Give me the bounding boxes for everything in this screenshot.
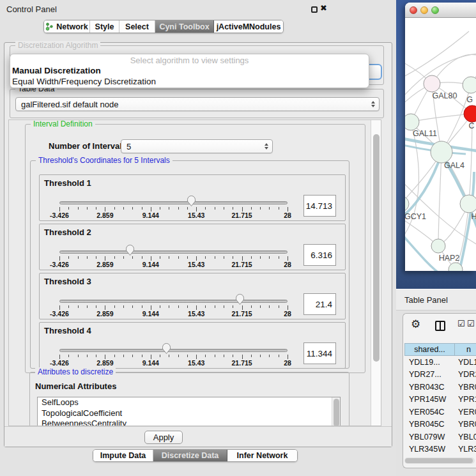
network-node-gal4[interactable] bbox=[431, 141, 452, 163]
threshold-value-field[interactable]: 6.316 bbox=[303, 244, 336, 266]
table-data-combobox[interactable]: galFiltered.sif default node bbox=[15, 97, 380, 111]
tick-label: 21.715 bbox=[232, 310, 252, 318]
tick-mark bbox=[169, 305, 169, 308]
cell-name[interactable]: YDL1 bbox=[455, 356, 476, 369]
list-scrollbar[interactable] bbox=[332, 397, 340, 426]
tab-impute-data[interactable]: Impute Data bbox=[93, 450, 153, 461]
tick-mark bbox=[187, 305, 188, 308]
slider-handle-icon[interactable] bbox=[187, 195, 196, 207]
apply-button[interactable]: Apply bbox=[144, 431, 183, 444]
cell-shared-name[interactable]: YLR345W bbox=[404, 443, 455, 456]
columns-icon[interactable] bbox=[435, 321, 445, 331]
table-horizontal-scrollbar[interactable] bbox=[404, 457, 475, 464]
settings-vertical-scrollbar[interactable] bbox=[371, 120, 381, 426]
table-row[interactable]: YER054CYER0 bbox=[404, 406, 476, 418]
numerical-attributes-list[interactable]: SelfLoopsTopologicalCoefficientBetweenne… bbox=[37, 397, 341, 426]
slider-handle-icon[interactable] bbox=[162, 342, 171, 355]
tab-cyni-toolbox[interactable]: Cyni Toolbox bbox=[155, 20, 214, 33]
network-node-hap2[interactable] bbox=[431, 239, 445, 253]
cell-shared-name[interactable]: YDL19... bbox=[404, 356, 455, 369]
network-node-gal80[interactable] bbox=[424, 75, 440, 92]
apply-strip: Apply bbox=[4, 426, 392, 447]
tab-network[interactable]: Network bbox=[44, 20, 90, 33]
tick-mark bbox=[251, 355, 252, 357]
tick-mark bbox=[260, 256, 261, 259]
tick-mark bbox=[233, 355, 233, 357]
slider-track[interactable] bbox=[59, 250, 288, 254]
list-item[interactable]: BetweennessCentrality bbox=[38, 418, 340, 426]
tab-infer-network[interactable]: Infer Network bbox=[227, 450, 297, 461]
network-node-gcy1[interactable] bbox=[405, 196, 409, 211]
list-scrollbar-thumb[interactable] bbox=[334, 399, 339, 426]
threshold-value-field[interactable]: 11.344 bbox=[303, 342, 336, 364]
network-view-window[interactable]: GAL80GCGAL11GAL4GCY1HHAP2 bbox=[405, 3, 476, 271]
table-row[interactable]: YBR043CYBR0 bbox=[404, 381, 476, 394]
tick-mark bbox=[178, 207, 179, 210]
attribute-items: SelfLoopsTopologicalCoefficientBetweenne… bbox=[38, 397, 340, 426]
dropdown-option-equal-width[interactable]: Equal Width/Frequency Discretization bbox=[10, 77, 369, 86]
cell-shared-name[interactable]: YER054C bbox=[404, 406, 455, 418]
cell-shared-name[interactable]: YBR043C bbox=[404, 381, 455, 394]
node-label: C bbox=[468, 121, 474, 130]
cell-name[interactable]: YBR0 bbox=[455, 418, 476, 431]
tab-discretize-data[interactable]: Discretize Data bbox=[153, 450, 227, 461]
slider-track[interactable] bbox=[59, 201, 288, 204]
minimize-traffic-light-icon[interactable] bbox=[420, 6, 428, 14]
checked-box-icon[interactable]: ☑ bbox=[467, 319, 475, 328]
cell-name[interactable]: YLR3 bbox=[455, 443, 476, 456]
threshold-value-field[interactable]: 14.713 bbox=[303, 195, 336, 217]
gear-icon[interactable]: ⚙ bbox=[411, 319, 420, 330]
network-window-titlebar[interactable] bbox=[405, 3, 476, 18]
tab-select[interactable]: Select bbox=[119, 20, 155, 33]
tick-mark bbox=[233, 305, 233, 308]
slider-handle-icon[interactable] bbox=[125, 244, 135, 256]
slider-track[interactable] bbox=[59, 300, 288, 303]
slider-track[interactable] bbox=[59, 349, 288, 352]
cell-name[interactable]: YER0 bbox=[455, 406, 476, 418]
cell-shared-name[interactable]: YPR145W bbox=[404, 394, 455, 406]
cell-name[interactable]: YDR2 bbox=[455, 369, 476, 381]
table-row[interactable]: YBL079WYBL0 bbox=[404, 431, 476, 443]
tick-mark bbox=[288, 256, 288, 261]
close-traffic-light-icon[interactable] bbox=[410, 6, 417, 14]
table-row[interactable]: YDR27...YDR2 bbox=[404, 369, 476, 381]
node-label: GCY1 bbox=[405, 212, 426, 221]
network-node-g[interactable] bbox=[463, 77, 476, 93]
dropdown-placeholder[interactable]: Select algorithm to view settings bbox=[10, 56, 369, 65]
number-of-intervals-combobox[interactable]: 5 bbox=[121, 139, 273, 153]
column-header-shared-name[interactable]: shared... bbox=[404, 343, 455, 356]
table-hscrollbar-thumb[interactable] bbox=[405, 458, 473, 463]
cell-name[interactable]: YPR1 bbox=[455, 394, 476, 406]
tab-jactivemnodules[interactable]: jActiveMNodules bbox=[214, 20, 283, 33]
network-node-gal11[interactable] bbox=[405, 114, 419, 130]
tick-mark bbox=[59, 207, 60, 211]
right-region: GAL80GCGAL11GAL4GCY1HHAP2 Table Panel ⚙ … bbox=[396, 0, 476, 476]
table-row[interactable]: YBR045CYBR0 bbox=[404, 418, 476, 431]
table-row[interactable]: YPR145WYPR1 bbox=[404, 394, 476, 406]
list-item[interactable]: SelfLoops bbox=[38, 397, 340, 408]
slider-handle-icon[interactable] bbox=[235, 293, 245, 305]
column-header-name[interactable]: n bbox=[455, 343, 476, 356]
tick-mark bbox=[196, 355, 197, 359]
cell-name[interactable]: YBL0 bbox=[455, 431, 476, 443]
cell-shared-name[interactable]: YBL079W bbox=[404, 431, 455, 443]
checked-box-icon[interactable]: ☑ bbox=[457, 319, 465, 328]
network-canvas[interactable]: GAL80GCGAL11GAL4GCY1HHAP2 bbox=[405, 19, 476, 271]
table-row[interactable]: YDL19...YDL1 bbox=[404, 356, 476, 369]
settings-scrollbar-thumb[interactable] bbox=[373, 134, 380, 362]
close-icon[interactable]: ✖ bbox=[320, 3, 327, 13]
list-item[interactable]: TopologicalCoefficient bbox=[38, 408, 340, 419]
network-node-h[interactable] bbox=[460, 195, 476, 213]
threshold-value-field[interactable]: 21.4 bbox=[303, 293, 336, 315]
settings-scroll-area: Interval Definition Number of Intervals … bbox=[8, 119, 381, 426]
tick-label: 2.859 bbox=[96, 211, 113, 219]
cell-shared-name[interactable]: YDR27... bbox=[404, 369, 455, 381]
dropdown-option-manual[interactable]: Manual Discretization bbox=[10, 66, 369, 75]
cell-name[interactable]: YBR0 bbox=[455, 381, 476, 394]
zoom-traffic-light-icon[interactable] bbox=[431, 6, 439, 14]
float-window-icon[interactable] bbox=[311, 6, 318, 13]
cell-shared-name[interactable]: YBR045C bbox=[404, 418, 455, 431]
tick-mark bbox=[269, 207, 270, 210]
tab-style[interactable]: Style bbox=[90, 20, 119, 33]
table-row[interactable]: YLR345WYLR3 bbox=[404, 443, 476, 456]
